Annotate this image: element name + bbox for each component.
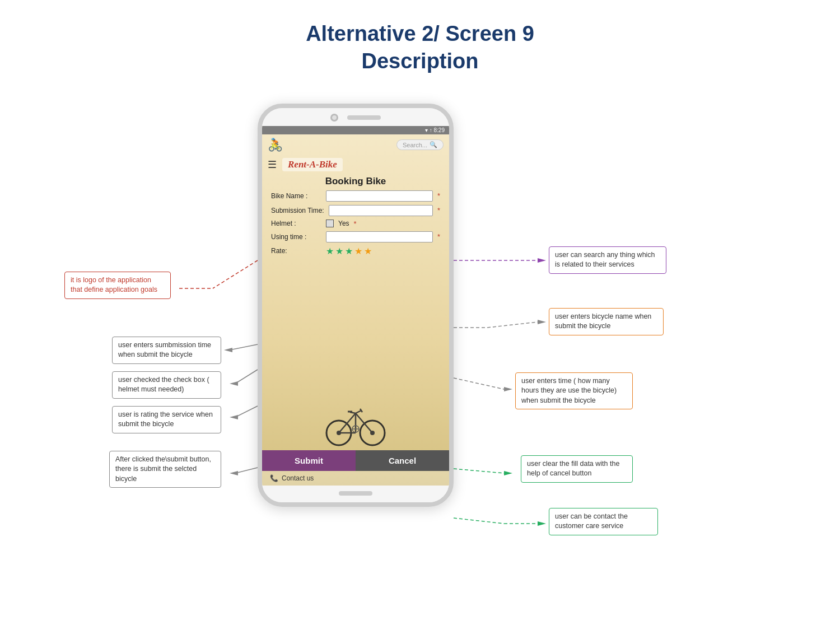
phone-screen: ▾ ↑ 8:29 🚴 Search... 🔍 ☰ Rent-A-Bike Boo… [262,126,449,486]
submission-required: * [437,206,440,214]
phone-bottom-bar [262,486,449,502]
svg-marker-7 [538,320,546,324]
using-time-required: * [437,232,440,241]
svg-marker-9 [224,348,232,352]
svg-line-31 [356,410,361,413]
annotation-helmet: user checked the check box ( helmet must… [112,371,221,399]
diagram-container: ▾ ↑ 8:29 🚴 Search... 🔍 ☰ Rent-A-Bike Boo… [0,87,840,624]
svg-line-16 [235,468,258,473]
app-header: 🚴 Search... 🔍 [262,134,449,156]
helmet-checkbox[interactable] [326,220,334,227]
bike-name-required: * [437,192,440,200]
star-4[interactable]: ★ [354,246,362,256]
svg-line-27 [339,413,356,433]
svg-line-12 [454,378,504,389]
action-buttons: Submit Cancel [262,450,449,471]
bike-name-input[interactable] [326,190,433,202]
contact-bar[interactable]: 📞 Contact us [262,471,449,486]
star-1[interactable]: ★ [326,246,334,256]
bike-illustration [322,396,389,447]
svg-line-28 [356,413,372,433]
bike-image-area [262,319,449,450]
bike-name-label: Bike Name : [271,192,321,200]
hamburger-icon[interactable]: ☰ [268,158,277,171]
phone-top-bar [262,108,449,126]
cancel-button[interactable]: Cancel [356,450,449,471]
annotation-search: user can search any thing which is relat… [549,246,666,274]
svg-line-0 [213,260,258,288]
using-time-row: Using time : * [271,231,440,242]
svg-marker-22 [538,521,546,526]
submit-button[interactable]: Submit [262,450,356,471]
annotation-cancel: user clear the fill data with the help o… [521,455,633,483]
helmet-required: * [354,220,357,228]
rate-label: Rate: [271,247,321,255]
svg-line-6 [487,322,538,328]
search-placeholder: Search... [403,142,427,148]
screen-title: Booking Bike [262,176,449,187]
status-bar: ▾ ↑ 8:29 [262,126,449,134]
app-logo: 🚴 [268,138,283,152]
annotation-submit: After clicked the\submit button, there i… [109,451,221,488]
brand-name: Rent-A-Bike [282,158,343,171]
annotation-submission-time: user enters sumbmission time when submit… [112,337,221,364]
svg-line-14 [235,406,258,417]
submission-time-label: Submission Time: [271,207,324,214]
svg-line-32 [360,409,362,412]
svg-line-8 [230,344,258,350]
svg-marker-11 [230,381,238,386]
nav-bar: ☰ Rent-A-Bike [262,156,449,174]
helmet-label: Helmet : [271,220,321,227]
contact-label: Contact us [282,474,314,482]
submission-time-row: Submission Time: * [271,205,440,216]
annotation-contact: user can be contact the customer care se… [549,508,658,535]
home-button[interactable] [339,491,372,496]
phone-mockup: ▾ ↑ 8:29 🚴 Search... 🔍 ☰ Rent-A-Bike Boo… [258,104,454,507]
svg-marker-15 [230,415,238,419]
phone-camera [330,114,338,122]
star-3[interactable]: ★ [345,246,353,256]
search-bar[interactable]: Search... 🔍 [396,139,444,150]
phone-speaker [347,115,381,120]
submission-time-input[interactable] [329,205,433,216]
rate-row: Rate: ★ ★ ★ ★ ★ [271,246,440,256]
svg-line-10 [235,370,258,384]
svg-line-18 [454,469,504,473]
bike-name-row: Bike Name : * [271,190,440,202]
svg-marker-17 [230,471,238,475]
page-title: Alternative 2/ Screen 9 Description [306,20,534,76]
star-2[interactable]: ★ [335,246,343,256]
using-time-input[interactable] [326,231,433,242]
helmet-yes-label: Yes [338,220,349,227]
annotation-rate: user is rating the service when submit t… [112,406,221,433]
star-5[interactable]: ★ [364,246,372,256]
star-rating[interactable]: ★ ★ ★ ★ ★ [326,246,372,256]
booking-form: Bike Name : * Submission Time: * Helmet … [262,190,449,319]
using-time-label: Using time : [271,233,321,241]
svg-marker-19 [504,471,512,475]
helmet-row: Helmet : Yes * [271,220,440,228]
annotation-using-time: user enters time ( how many hours they a… [515,372,633,410]
svg-marker-4 [538,258,546,263]
search-icon: 🔍 [430,141,437,148]
annotation-logo: it is logo of the application that defin… [64,272,171,299]
svg-line-20 [454,518,504,524]
phone-icon: 📞 [270,474,278,482]
annotation-bike-name: user enters bicycle name when submit the… [549,308,664,335]
svg-marker-13 [504,387,512,391]
